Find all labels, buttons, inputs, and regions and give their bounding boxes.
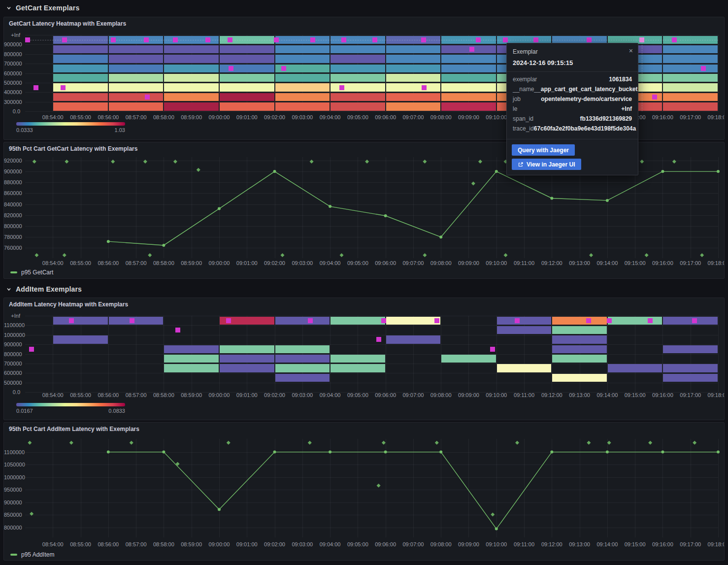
scale-max-label: 0.0833 xyxy=(105,408,125,414)
exemplar-marker[interactable] xyxy=(434,318,439,323)
exemplar-marker[interactable] xyxy=(280,253,284,257)
exemplar-marker[interactable] xyxy=(607,318,612,323)
exemplar-marker[interactable] xyxy=(421,37,426,42)
heatmap-cell xyxy=(386,74,441,82)
section-title: GetCart Exemplars xyxy=(16,4,79,12)
exemplar-marker[interactable] xyxy=(144,37,149,42)
exemplar-marker[interactable] xyxy=(645,253,649,257)
exemplar-marker[interactable] xyxy=(205,37,210,42)
exemplar-marker[interactable] xyxy=(34,253,38,257)
exemplar-marker[interactable] xyxy=(148,253,152,257)
exemplar-marker[interactable] xyxy=(504,253,508,257)
exemplar-marker[interactable] xyxy=(130,441,133,445)
exemplar-marker[interactable] xyxy=(693,441,696,445)
view-in-jaeger-button[interactable]: View in Jaeger UI xyxy=(512,159,581,170)
exemplar-marker[interactable] xyxy=(652,95,657,100)
exemplar-marker[interactable] xyxy=(586,318,591,323)
exemplar-marker[interactable] xyxy=(130,318,134,323)
grafana-dashboard: GetCart Exemplars GetCart Latency Heatma… xyxy=(0,0,728,565)
series-legend[interactable]: p95 GetCart xyxy=(10,269,53,276)
exemplar-marker[interactable] xyxy=(365,160,369,164)
heatmap-cell xyxy=(109,45,164,53)
data-point xyxy=(495,170,498,173)
exemplar-marker[interactable] xyxy=(340,253,344,257)
exemplar-marker[interactable] xyxy=(672,37,677,42)
exemplar-marker[interactable] xyxy=(173,160,177,164)
exemplar-marker[interactable] xyxy=(639,37,644,42)
exemplar-marker[interactable] xyxy=(503,37,508,42)
exemplar-marker[interactable] xyxy=(228,37,232,42)
heatmap-cell xyxy=(220,355,274,363)
exemplar-marker[interactable] xyxy=(376,337,381,342)
exemplar-marker[interactable] xyxy=(471,181,475,185)
query-with-jaeger-button[interactable]: Query with Jaeger xyxy=(512,144,575,156)
series-legend[interactable]: p95 AddItem xyxy=(10,551,54,558)
panel-additem-heatmap: AddItem Latency Heatmap with Exemplars 0… xyxy=(3,298,725,420)
exemplar-marker[interactable] xyxy=(33,85,38,90)
exemplar-marker[interactable] xyxy=(692,318,697,323)
exemplar-marker[interactable] xyxy=(61,85,66,90)
exemplar-marker[interactable] xyxy=(476,37,481,42)
exemplar-marker[interactable] xyxy=(587,441,591,445)
exemplar-marker[interactable] xyxy=(28,441,32,445)
exemplar-marker[interactable] xyxy=(69,441,73,445)
x-tick-label: 09:00:00 xyxy=(204,260,234,266)
x-tick-label: 09:05:00 xyxy=(342,260,373,266)
exemplar-marker[interactable] xyxy=(227,441,231,445)
exemplar-marker[interactable] xyxy=(111,37,116,42)
exemplar-marker[interactable] xyxy=(672,160,676,164)
exemplar-marker[interactable] xyxy=(33,160,36,164)
exemplar-marker[interactable] xyxy=(382,441,386,445)
exemplar-marker[interactable] xyxy=(30,512,33,516)
exemplar-marker[interactable] xyxy=(175,328,180,332)
exemplar-marker[interactable] xyxy=(308,318,313,323)
exemplar-marker[interactable] xyxy=(490,347,495,352)
exemplar-marker[interactable] xyxy=(341,37,346,42)
exemplar-marker[interactable] xyxy=(308,441,312,445)
exemplar-marker[interactable] xyxy=(701,66,706,71)
exemplar-marker[interactable] xyxy=(111,160,115,164)
exemplar-marker[interactable] xyxy=(274,37,279,42)
exemplar-marker[interactable] xyxy=(372,37,377,42)
exemplar-marker[interactable] xyxy=(515,318,520,323)
close-icon[interactable]: × xyxy=(629,47,633,54)
exemplar-marker[interactable] xyxy=(587,37,592,42)
exemplar-marker[interactable] xyxy=(29,347,34,352)
legend-swatch xyxy=(10,554,17,556)
exemplar-marker[interactable] xyxy=(65,160,68,164)
exemplar-marker[interactable] xyxy=(281,66,286,71)
exemplar-marker[interactable] xyxy=(69,318,74,323)
exemplar-marker[interactable] xyxy=(491,512,495,516)
exemplar-marker[interactable] xyxy=(310,37,315,42)
exemplar-marker[interactable] xyxy=(515,441,519,445)
exemplar-marker[interactable] xyxy=(25,37,30,42)
exemplar-marker[interactable] xyxy=(173,37,178,42)
exemplar-marker[interactable] xyxy=(145,95,150,100)
x-tick-label: 09:18:00 xyxy=(703,541,725,547)
exemplar-marker[interactable] xyxy=(648,318,653,323)
exemplar-marker[interactable] xyxy=(423,160,427,164)
exemplar-marker[interactable] xyxy=(700,253,704,257)
exemplar-marker[interactable] xyxy=(63,253,66,257)
exemplar-marker[interactable] xyxy=(229,66,233,71)
exemplar-marker[interactable] xyxy=(648,441,652,445)
exemplar-marker[interactable] xyxy=(422,85,427,90)
section-header-getcart[interactable]: GetCart Exemplars xyxy=(0,0,728,15)
exemplar-marker[interactable] xyxy=(377,484,381,488)
exemplar-marker[interactable] xyxy=(478,160,482,164)
exemplar-marker[interactable] xyxy=(423,253,427,257)
exemplar-marker[interactable] xyxy=(197,168,200,172)
exemplar-marker[interactable] xyxy=(435,441,439,445)
exemplar-marker[interactable] xyxy=(533,37,538,42)
section-header-additem[interactable]: AddItem Exemplars xyxy=(0,282,728,297)
exemplar-marker[interactable] xyxy=(310,160,314,164)
exemplar-marker[interactable] xyxy=(381,318,386,323)
exemplar-marker[interactable] xyxy=(226,318,231,323)
exemplar-marker[interactable] xyxy=(339,85,344,90)
exemplar-marker[interactable] xyxy=(143,160,147,164)
exemplar-marker[interactable] xyxy=(469,47,474,52)
exemplar-marker[interactable] xyxy=(62,37,67,42)
exemplar-marker[interactable] xyxy=(607,441,611,445)
exemplar-marker[interactable] xyxy=(640,160,644,164)
exemplar-marker[interactable] xyxy=(589,253,593,257)
